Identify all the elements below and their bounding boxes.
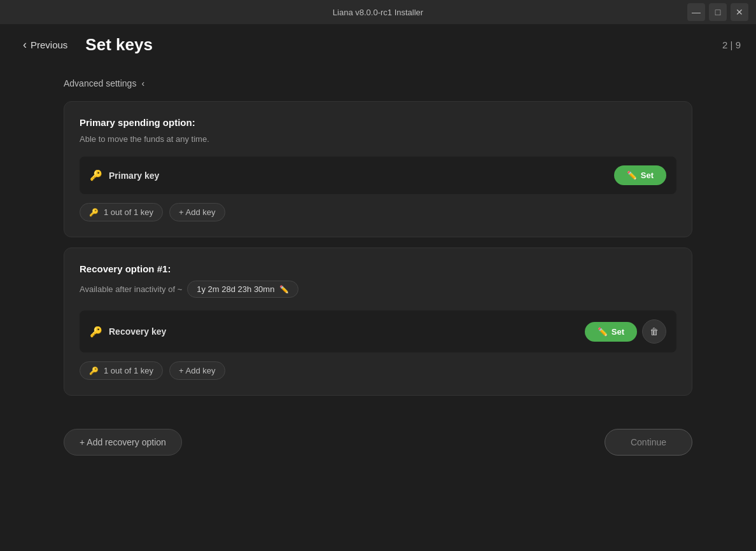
primary-key-label: Primary key [109, 171, 614, 181]
close-button[interactable]: ✕ [731, 3, 748, 21]
inactivity-time: 1y 2m 28d 23h 30mn [197, 284, 274, 294]
recovery-key-label: Recovery key [109, 326, 585, 337]
primary-card-desc: Able to move the funds at any time. [80, 134, 676, 144]
primary-key-count-row: 🔑 1 out of 1 key + Add key [80, 203, 676, 221]
recovery-add-key-button[interactable]: + Add key [169, 361, 225, 380]
advanced-settings-toggle[interactable]: Advanced settings ‹ [64, 78, 692, 88]
primary-set-label: Set [641, 171, 654, 180]
primary-key-count-text: 1 out of 1 key [104, 207, 153, 217]
main-content: Advanced settings ‹ Primary spending opt… [0, 66, 756, 419]
recovery-option-card: Recovery option #1: Available after inac… [64, 248, 692, 396]
inactivity-prefix: Available after inactivity of ~ [80, 284, 182, 294]
recovery-key-count-text: 1 out of 1 key [104, 366, 153, 375]
chevron-left-icon: ‹ [141, 78, 144, 88]
recovery-key-row: 🔑 Recovery key ✏️ Set 🗑 [80, 310, 676, 352]
chevron-left-icon: ‹ [23, 38, 27, 52]
bottom-bar: + Add recovery option Continue [0, 421, 756, 463]
pencil-icon: ✏️ [627, 171, 637, 180]
page-title: Set keys [85, 35, 153, 55]
page-header: ‹ Previous Set keys 2 | 9 [0, 24, 756, 66]
primary-add-key-button[interactable]: + Add key [169, 203, 225, 221]
primary-spending-card: Primary spending option: Able to move th… [64, 101, 692, 237]
recovery-set-button[interactable]: ✏️ Set [585, 322, 637, 342]
recovery-key-count-row: 🔑 1 out of 1 key + Add key [80, 361, 676, 380]
continue-button[interactable]: Continue [605, 429, 692, 456]
add-recovery-button[interactable]: + Add recovery option [64, 429, 182, 456]
minimize-button[interactable]: — [687, 3, 705, 21]
app-title: Liana v8.0.0-rc1 Installer [333, 8, 423, 17]
recovery-set-label: Set [612, 327, 624, 337]
window-controls: — □ ✕ [687, 3, 748, 21]
page-number: 2 | 9 [722, 39, 741, 50]
primary-key-icon: 🔑 [90, 169, 102, 181]
previous-label: Previous [31, 39, 67, 50]
pencil-icon: ✏️ [598, 327, 608, 337]
inactivity-row: Available after inactivity of ~ 1y 2m 28… [80, 281, 676, 298]
primary-badge-key-icon: 🔑 [89, 208, 99, 217]
primary-set-button[interactable]: ✏️ Set [614, 165, 666, 185]
previous-button[interactable]: ‹ Previous [15, 33, 75, 57]
recovery-card-title: Recovery option #1: [80, 263, 676, 274]
primary-key-count-badge: 🔑 1 out of 1 key [80, 203, 163, 221]
trash-icon: 🗑 [650, 326, 659, 337]
primary-card-title: Primary spending option: [80, 117, 676, 128]
recovery-delete-button[interactable]: 🗑 [642, 319, 666, 344]
inactivity-value-badge[interactable]: 1y 2m 28d 23h 30mn ✏️ [187, 281, 298, 298]
primary-key-row: 🔑 Primary key ✏️ Set [80, 157, 676, 194]
edit-icon: ✏️ [279, 285, 289, 294]
recovery-key-count-badge: 🔑 1 out of 1 key [80, 361, 163, 380]
title-bar: Liana v8.0.0-rc1 Installer — □ ✕ [0, 0, 756, 24]
recovery-key-icon: 🔑 [90, 326, 102, 338]
recovery-badge-key-icon: 🔑 [89, 366, 99, 375]
maximize-button[interactable]: □ [709, 3, 727, 21]
advanced-settings-label: Advanced settings [64, 78, 136, 88]
